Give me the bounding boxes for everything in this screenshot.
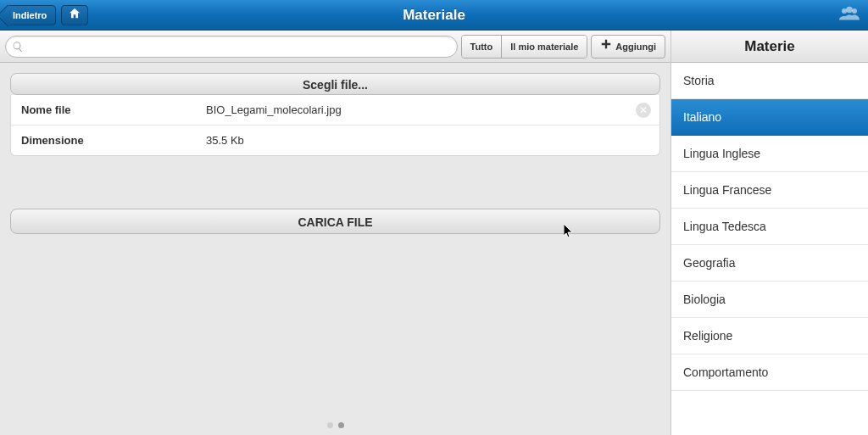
file-name-row: Nome file BIO_Legami_molecolari.jpg ✕ (11, 95, 659, 125)
toolbar: Tutto Il mio materiale Aggiungi (0, 31, 670, 63)
svg-point-1 (846, 6, 853, 13)
filter-segment: Tutto Il mio materiale (461, 35, 588, 59)
add-label: Aggiungi (615, 36, 656, 58)
subject-list[interactable]: StoriaItalianoLingua IngleseLingua Franc… (671, 63, 868, 435)
add-button[interactable]: Aggiungi (591, 35, 665, 59)
subject-item[interactable]: Lingua Tedesca (671, 209, 868, 245)
file-name-label: Nome file (21, 103, 206, 116)
back-label: Indietro (13, 10, 47, 20)
file-name-value: BIO_Legami_molecolari.jpg (206, 103, 649, 116)
subject-item[interactable]: Biologia (671, 282, 868, 318)
page-indicator (0, 422, 670, 428)
main-pane: Tutto Il mio materiale Aggiungi Scegli f… (0, 31, 671, 435)
search-input[interactable] (5, 36, 458, 58)
app-header: Indietro Materiale (0, 0, 868, 31)
clear-file-button[interactable]: ✕ (636, 103, 651, 118)
home-icon (68, 7, 81, 24)
file-size-label: Dimensione (21, 134, 206, 147)
home-button[interactable] (61, 5, 88, 25)
search-icon (12, 41, 24, 53)
tab-my-material[interactable]: Il mio materiale (502, 36, 587, 58)
subject-item[interactable]: Lingua Francese (671, 172, 868, 209)
subject-item[interactable]: Italiano (671, 99, 868, 136)
plus-icon (600, 36, 612, 58)
back-button[interactable]: Indietro (7, 5, 56, 25)
upload-button[interactable]: CARICA FILE (10, 209, 660, 234)
subject-item[interactable]: Geografia (671, 245, 868, 282)
page-dot[interactable] (327, 422, 333, 428)
tab-all[interactable]: Tutto (462, 36, 503, 58)
subject-item[interactable]: Lingua Inglese (671, 136, 868, 172)
file-info-panel: Nome file BIO_Legami_molecolari.jpg ✕ Di… (10, 95, 660, 156)
close-icon: ✕ (639, 104, 648, 116)
svg-point-0 (842, 8, 847, 14)
subject-item[interactable]: Storia (671, 63, 868, 99)
page-title: Materiale (0, 7, 868, 24)
people-icon[interactable] (837, 6, 861, 25)
file-size-value: 35.5 Kb (206, 134, 649, 147)
svg-point-2 (852, 8, 857, 14)
sidebar: Materie StoriaItalianoLingua IngleseLing… (671, 31, 868, 435)
page-dot[interactable] (338, 422, 344, 428)
file-size-row: Dimensione 35.5 Kb (11, 125, 659, 155)
choose-file-header[interactable]: Scegli file... (10, 73, 660, 95)
sidebar-title: Materie (671, 31, 868, 63)
subject-item[interactable]: Comportamento (671, 354, 868, 391)
subject-item[interactable]: Religione (671, 318, 868, 354)
